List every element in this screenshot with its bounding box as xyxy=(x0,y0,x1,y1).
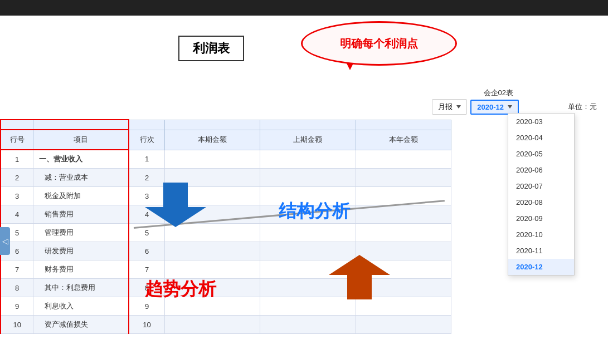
dropdown-option[interactable]: 2020-11 xyxy=(508,243,574,259)
cell-item: 管理费用 xyxy=(33,224,129,242)
table-body: 1一、营业收入12减：营业成本23税金及附加34销售费用45管理费用56研发费用… xyxy=(1,150,451,334)
left-toggle-button[interactable]: ◁ xyxy=(0,227,10,255)
cell-prev xyxy=(260,297,356,316)
cell-current xyxy=(164,260,260,279)
cell-item: 一、营业收入 xyxy=(33,150,129,169)
cell-ytd xyxy=(356,224,451,242)
col-current xyxy=(164,120,260,130)
col-row-no xyxy=(1,120,33,130)
dropdown-option[interactable]: 2020-12 xyxy=(508,259,574,275)
cell-ytd xyxy=(356,297,451,316)
table-row: 10资产减值损失10 xyxy=(1,316,451,334)
cell-item: 其中：利息费用 xyxy=(33,279,129,297)
period-type-select[interactable]: 月报 xyxy=(432,99,467,115)
cell-row-no: 7 xyxy=(1,260,33,279)
period-type-label: 月报 xyxy=(438,102,453,112)
table-row: 1一、营业收入1 xyxy=(1,150,451,169)
left-toggle-icon: ◁ xyxy=(2,237,8,245)
cell-item: 减：营业成本 xyxy=(33,169,129,187)
callout-bubble: 明确每个利润点 xyxy=(301,21,457,66)
cell-ytd xyxy=(356,187,451,205)
cell-ytd xyxy=(356,169,451,187)
cell-prev xyxy=(260,316,356,334)
cell-prev xyxy=(260,224,356,242)
dropdown-option[interactable]: 2020-10 xyxy=(508,227,574,243)
col-line xyxy=(129,120,164,130)
cell-prev xyxy=(260,242,356,260)
cell-ytd xyxy=(356,242,451,260)
chevron-down-icon xyxy=(456,105,461,109)
table-row: 2减：营业成本2 xyxy=(1,169,451,187)
dropdown-list: 2020-032020-042020-052020-062020-072020-… xyxy=(508,114,574,275)
cell-current xyxy=(164,316,260,334)
cell-item: 研发费用 xyxy=(33,242,129,260)
table-header-labels: 行号 项目 行次 本期金额 上期金额 本年金额 xyxy=(1,130,451,150)
table-wrapper: 行号 项目 行次 本期金额 上期金额 本年金额 1一、营业收入12减：营业成本2… xyxy=(0,119,451,334)
cell-line: 7 xyxy=(129,260,164,279)
dropdown-option[interactable]: 2020-04 xyxy=(508,130,574,146)
cell-line: 6 xyxy=(129,242,164,260)
cell-row-no: 4 xyxy=(1,205,33,224)
cell-ytd xyxy=(356,316,451,334)
cell-prev xyxy=(260,150,356,169)
col-prev xyxy=(260,120,356,130)
cell-line: 1 xyxy=(129,150,164,169)
cell-row-no: 9 xyxy=(1,297,33,316)
cell-current xyxy=(164,242,260,260)
dropdown-option[interactable]: 2020-06 xyxy=(508,162,574,178)
cell-row-no: 1 xyxy=(1,150,33,169)
cell-row-no: 10 xyxy=(1,316,33,334)
cell-item: 资产减值损失 xyxy=(33,316,129,334)
main-content: 明确每个利润点 利润表 会企02表 月报 2020-12 单位：元 xyxy=(0,16,608,364)
cell-item: 销售费用 xyxy=(33,205,129,224)
controls-row: 月报 2020-12 xyxy=(432,99,519,115)
trend-analysis-label: 趋势分析 xyxy=(145,277,216,302)
cell-line: 3 xyxy=(129,187,164,205)
cell-item: 财务费用 xyxy=(33,260,129,279)
cell-line: 2 xyxy=(129,169,164,187)
th-ytd: 本年金额 xyxy=(356,130,451,150)
dropdown-option[interactable]: 2020-07 xyxy=(508,178,574,194)
th-row-no: 行号 xyxy=(1,130,33,150)
table-row: 3税金及附加3 xyxy=(1,187,451,205)
date-dropdown[interactable]: 2020-032020-042020-052020-062020-072020-… xyxy=(508,113,575,276)
table-row: 5管理费用5 xyxy=(1,224,451,242)
cell-current xyxy=(164,224,260,242)
table-header-row xyxy=(1,120,451,130)
table-row: 6研发费用6 xyxy=(1,242,451,260)
top-bar xyxy=(0,0,608,16)
cell-prev xyxy=(260,169,356,187)
th-prev: 上期金额 xyxy=(260,130,356,150)
title-box: 利润表 xyxy=(178,36,244,61)
cell-ytd xyxy=(356,150,451,169)
table-row: 7财务费用7 xyxy=(1,260,451,279)
cell-row-no: 2 xyxy=(1,169,33,187)
th-line: 行次 xyxy=(129,130,164,150)
financial-table: 行号 项目 行次 本期金额 上期金额 本年金额 1一、营业收入12减：营业成本2… xyxy=(0,119,451,334)
callout-text: 明确每个利润点 xyxy=(340,36,418,51)
col-item xyxy=(33,120,129,130)
table-row: 9利息收入9 xyxy=(1,297,451,316)
cell-row-no: 8 xyxy=(1,279,33,297)
date-select[interactable]: 2020-12 xyxy=(470,100,519,115)
dropdown-option[interactable]: 2020-03 xyxy=(508,114,574,130)
dropdown-option[interactable]: 2020-05 xyxy=(508,146,574,162)
unit-label: 单位：元 xyxy=(568,102,597,112)
date-value: 2020-12 xyxy=(477,103,504,111)
cell-current xyxy=(164,150,260,169)
cell-prev xyxy=(260,279,356,297)
col-ytd xyxy=(356,120,451,130)
structure-analysis-label: 结构分析 xyxy=(279,199,350,224)
chevron-down-icon2 xyxy=(508,105,512,109)
cell-item: 利息收入 xyxy=(33,297,129,316)
company-label: 会企02表 xyxy=(484,88,513,98)
cell-item: 税金及附加 xyxy=(33,187,129,205)
dropdown-option[interactable]: 2020-08 xyxy=(508,194,574,210)
title-text: 利润表 xyxy=(193,41,230,55)
cell-line: 10 xyxy=(129,316,164,334)
th-item: 项目 xyxy=(33,130,129,150)
th-current: 本期金额 xyxy=(164,130,260,150)
table-row: 8其中：利息费用8 xyxy=(1,279,451,297)
dropdown-option[interactable]: 2020-09 xyxy=(508,210,574,227)
cell-row-no: 3 xyxy=(1,187,33,205)
